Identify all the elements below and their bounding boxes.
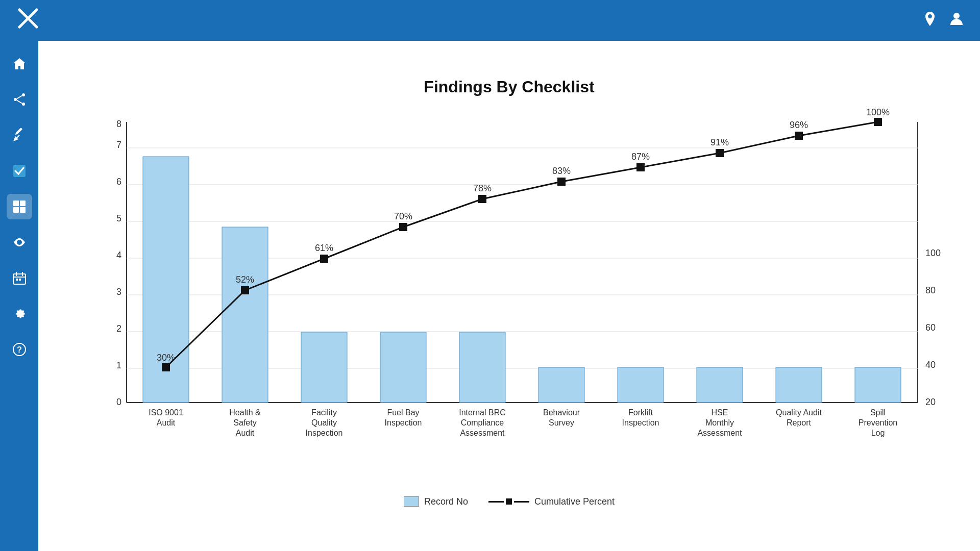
svg-rect-13: [13, 201, 19, 206]
header-actions: [922, 11, 965, 31]
svg-rect-22: [16, 279, 18, 281]
legend-bar-label: Record No: [424, 496, 468, 507]
svg-text:Quality: Quality: [311, 418, 337, 427]
point-1: [162, 363, 170, 371]
pct-2: 52%: [235, 274, 254, 285]
svg-text:Inspection: Inspection: [384, 418, 422, 427]
svg-rect-14: [20, 201, 26, 206]
svg-text:8: 8: [116, 119, 121, 129]
bar-spl: [855, 367, 901, 403]
bar-fqi: [301, 332, 347, 403]
svg-rect-23: [19, 279, 21, 281]
svg-text:Survey: Survey: [549, 418, 574, 427]
xlabel-5: Internal BRC: [459, 408, 506, 417]
svg-text:Audit: Audit: [235, 429, 254, 437]
location-icon[interactable]: [922, 11, 938, 31]
pct-4: 70%: [394, 211, 412, 221]
svg-rect-15: [13, 207, 19, 213]
pct-6: 83%: [552, 166, 570, 176]
xlabel-1: ISO 9001: [149, 408, 183, 417]
sidebar: ?: [0, 41, 38, 551]
bar-fbi: [380, 332, 426, 403]
xlabel-2: Health &: [229, 408, 261, 417]
svg-line-9: [17, 96, 22, 99]
point-7: [636, 163, 645, 171]
pct-5: 78%: [473, 183, 491, 193]
pct-1: 30%: [156, 353, 175, 363]
svg-text:60: 60: [925, 322, 936, 333]
bar-hme: [697, 367, 743, 403]
svg-text:Assessment: Assessment: [697, 429, 742, 437]
sidebar-item-settings[interactable]: [7, 301, 32, 327]
svg-point-8: [22, 103, 25, 106]
svg-text:20: 20: [925, 397, 936, 407]
svg-text:4: 4: [116, 250, 121, 260]
chart-svg: 0 1 2 3 4 5 6 7 8 20 40 60 80 100: [63, 107, 956, 489]
legend-line-icon: [488, 498, 529, 505]
pct-10: 100%: [866, 107, 889, 117]
point-5: [478, 195, 486, 203]
pct-3: 61%: [314, 243, 333, 253]
sidebar-item-help[interactable]: ?: [7, 337, 32, 362]
sidebar-item-pin[interactable]: [7, 122, 32, 148]
bar-hsa: [222, 227, 268, 403]
svg-text:Report: Report: [786, 418, 811, 427]
svg-text:Inspection: Inspection: [305, 429, 342, 437]
svg-text:Safety: Safety: [233, 418, 256, 427]
point-9: [795, 132, 803, 140]
svg-text:Prevention: Prevention: [858, 418, 897, 427]
pct-7: 87%: [631, 152, 649, 162]
svg-point-7: [14, 98, 17, 101]
svg-text:Monthly: Monthly: [705, 418, 733, 427]
svg-point-6: [22, 93, 25, 96]
sidebar-item-check[interactable]: [7, 158, 32, 184]
svg-text:Inspection: Inspection: [622, 418, 659, 427]
svg-text:Log: Log: [871, 429, 885, 437]
svg-text:5: 5: [116, 213, 121, 223]
point-8: [716, 149, 724, 157]
sidebar-item-home[interactable]: [7, 51, 32, 77]
legend-dash: [488, 501, 504, 503]
point-3: [320, 255, 328, 263]
svg-line-10: [17, 101, 22, 104]
svg-text:2: 2: [116, 323, 121, 334]
pct-9: 96%: [789, 120, 807, 130]
svg-text:?: ?: [17, 345, 22, 354]
svg-text:6: 6: [116, 177, 121, 187]
xlabel-3: Facility: [311, 408, 337, 417]
bar-qa: [776, 367, 822, 403]
bar-bs: [538, 367, 584, 403]
xlabel-6: Behaviour: [543, 408, 580, 417]
xlabel-4: Fuel Bay: [387, 408, 419, 417]
chart-legend: Record No Cumulative Percent: [63, 496, 956, 507]
svg-rect-16: [20, 207, 26, 213]
sidebar-item-share[interactable]: [7, 87, 32, 112]
point-4: [399, 223, 407, 231]
xlabel-9: Quality Audit: [776, 408, 822, 417]
point-6: [557, 178, 566, 186]
legend-dash-2: [514, 501, 529, 503]
bar-brc: [459, 332, 505, 403]
svg-text:7: 7: [116, 140, 121, 150]
point-2: [241, 286, 249, 294]
sidebar-item-calendar[interactable]: [7, 265, 32, 291]
svg-text:0: 0: [116, 397, 121, 407]
svg-point-17: [18, 241, 20, 244]
xlabel-8: HSE: [711, 408, 728, 417]
pct-8: 91%: [710, 137, 728, 147]
svg-text:1: 1: [116, 360, 121, 370]
legend-bar-icon: [404, 496, 419, 507]
point-10: [874, 118, 882, 126]
cumulative-line: [166, 122, 878, 367]
chart-container: 0 1 2 3 4 5 6 7 8 20 40 60 80 100: [63, 107, 956, 515]
header: [0, 0, 980, 41]
legend-bar: Record No: [404, 496, 468, 507]
legend-line-label: Cumulative Percent: [534, 496, 615, 507]
svg-text:Compliance: Compliance: [460, 418, 504, 427]
bar-fi: [618, 367, 664, 403]
content-area: Findings By Checklist 0 1 2 3 4 5 6 7: [38, 41, 980, 551]
user-icon[interactable]: [948, 11, 965, 31]
sidebar-item-grid[interactable]: [7, 194, 32, 219]
xlabel-10: Spill: [870, 408, 885, 417]
sidebar-item-view[interactable]: [7, 230, 32, 255]
